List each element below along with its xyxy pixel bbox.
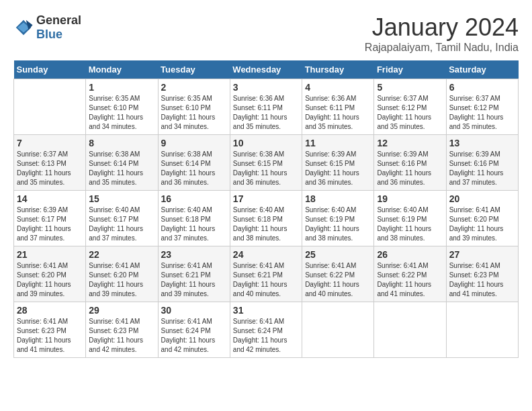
day-number: 21 [17,249,83,260]
day-info: Sunrise: 6:40 AMSunset: 6:19 PMDaylight:… [377,205,443,243]
day-number: 4 [305,82,371,93]
month-title: January 2024 [365,13,519,42]
day-info: Sunrise: 6:41 AMSunset: 6:21 PMDaylight:… [233,261,299,299]
day-info: Sunrise: 6:41 AMSunset: 6:22 PMDaylight:… [377,261,443,299]
calendar-cell: 25Sunrise: 6:41 AMSunset: 6:22 PMDayligh… [302,246,374,302]
day-number: 25 [305,249,371,260]
calendar-week-row: 14Sunrise: 6:39 AMSunset: 6:17 PMDayligh… [14,191,519,246]
calendar-cell: 29Sunrise: 6:41 AMSunset: 6:23 PMDayligh… [86,302,158,358]
day-number: 15 [89,193,154,204]
day-number: 30 [161,305,227,316]
day-info: Sunrise: 6:41 AMSunset: 6:23 PMDaylight:… [449,261,515,299]
calendar-cell: 20Sunrise: 6:41 AMSunset: 6:20 PMDayligh… [446,191,518,246]
calendar-cell [446,302,518,358]
day-number: 16 [161,193,227,204]
logo-general: General [36,13,81,28]
calendar-week-row: 21Sunrise: 6:41 AMSunset: 6:20 PMDayligh… [14,246,519,302]
page-header: General Blue January 2024 Rajapalaiyam, … [13,13,519,54]
day-info: Sunrise: 6:35 AMSunset: 6:10 PMDaylight:… [89,94,154,132]
day-info: Sunrise: 6:40 AMSunset: 6:18 PMDaylight:… [161,205,227,243]
day-info: Sunrise: 6:41 AMSunset: 6:20 PMDaylight:… [89,261,154,299]
logo-icon [13,17,34,38]
calendar-table: SundayMondayTuesdayWednesdayThursdayFrid… [13,60,519,358]
calendar-header-tuesday: Tuesday [158,60,230,79]
day-info: Sunrise: 6:37 AMSunset: 6:12 PMDaylight:… [449,94,515,132]
day-info: Sunrise: 6:41 AMSunset: 6:24 PMDaylight:… [161,317,227,355]
day-number: 28 [17,305,83,316]
day-number: 27 [449,249,515,260]
day-number: 1 [89,82,154,93]
calendar-cell: 23Sunrise: 6:41 AMSunset: 6:21 PMDayligh… [158,246,230,302]
day-number: 20 [449,193,515,204]
calendar-week-row: 1Sunrise: 6:35 AMSunset: 6:10 PMDaylight… [14,79,519,135]
calendar-cell: 4Sunrise: 6:36 AMSunset: 6:11 PMDaylight… [302,79,374,135]
day-number: 12 [377,138,443,148]
day-info: Sunrise: 6:38 AMSunset: 6:14 PMDaylight:… [161,150,227,187]
day-info: Sunrise: 6:41 AMSunset: 6:21 PMDaylight:… [161,261,227,299]
calendar-cell [302,302,374,358]
day-number: 14 [17,193,83,204]
calendar-cell: 31Sunrise: 6:41 AMSunset: 6:24 PMDayligh… [230,302,302,358]
day-number: 17 [233,193,299,204]
calendar-cell: 1Sunrise: 6:35 AMSunset: 6:10 PMDaylight… [86,79,158,135]
calendar-cell [14,79,86,135]
calendar-header-thursday: Thursday [302,60,374,79]
calendar-cell: 14Sunrise: 6:39 AMSunset: 6:17 PMDayligh… [14,191,86,246]
day-number: 29 [89,305,154,316]
day-info: Sunrise: 6:36 AMSunset: 6:11 PMDaylight:… [233,94,299,132]
logo-blue: Blue [36,28,81,42]
day-info: Sunrise: 6:41 AMSunset: 6:23 PMDaylight:… [89,317,154,355]
day-number: 10 [233,138,299,148]
day-info: Sunrise: 6:39 AMSunset: 6:17 PMDaylight:… [17,205,83,243]
calendar-cell: 15Sunrise: 6:40 AMSunset: 6:17 PMDayligh… [86,191,158,246]
day-info: Sunrise: 6:38 AMSunset: 6:15 PMDaylight:… [233,150,299,187]
calendar-cell: 22Sunrise: 6:41 AMSunset: 6:20 PMDayligh… [86,246,158,302]
day-number: 13 [449,138,515,148]
day-number: 26 [377,249,443,260]
day-number: 2 [161,82,227,93]
day-number: 9 [161,138,227,148]
calendar-header-saturday: Saturday [446,60,518,79]
calendar-cell: 26Sunrise: 6:41 AMSunset: 6:22 PMDayligh… [374,246,446,302]
day-info: Sunrise: 6:38 AMSunset: 6:14 PMDaylight:… [89,150,154,187]
day-info: Sunrise: 6:41 AMSunset: 6:24 PMDaylight:… [233,317,299,355]
calendar-header-friday: Friday [374,60,446,79]
calendar-cell: 27Sunrise: 6:41 AMSunset: 6:23 PMDayligh… [446,246,518,302]
day-info: Sunrise: 6:39 AMSunset: 6:16 PMDaylight:… [377,150,443,187]
calendar-header-wednesday: Wednesday [230,60,302,79]
day-info: Sunrise: 6:37 AMSunset: 6:13 PMDaylight:… [17,150,83,187]
calendar-header-row: SundayMondayTuesdayWednesdayThursdayFrid… [14,60,519,79]
day-info: Sunrise: 6:36 AMSunset: 6:11 PMDaylight:… [305,94,371,132]
calendar-cell: 5Sunrise: 6:37 AMSunset: 6:12 PMDaylight… [374,79,446,135]
calendar-cell: 6Sunrise: 6:37 AMSunset: 6:12 PMDaylight… [446,79,518,135]
logo-text: General Blue [36,13,81,42]
day-number: 8 [89,138,154,148]
day-info: Sunrise: 6:41 AMSunset: 6:20 PMDaylight:… [17,261,83,299]
day-info: Sunrise: 6:41 AMSunset: 6:20 PMDaylight:… [449,205,515,243]
calendar-week-row: 28Sunrise: 6:41 AMSunset: 6:23 PMDayligh… [14,302,519,358]
day-number: 23 [161,249,227,260]
day-number: 22 [89,249,154,260]
calendar-cell: 8Sunrise: 6:38 AMSunset: 6:14 PMDaylight… [86,135,158,191]
day-number: 6 [449,82,515,93]
calendar-cell: 10Sunrise: 6:38 AMSunset: 6:15 PMDayligh… [230,135,302,191]
calendar-cell: 3Sunrise: 6:36 AMSunset: 6:11 PMDaylight… [230,79,302,135]
day-info: Sunrise: 6:41 AMSunset: 6:22 PMDaylight:… [305,261,371,299]
day-info: Sunrise: 6:39 AMSunset: 6:15 PMDaylight:… [305,150,371,187]
day-number: 3 [233,82,299,93]
day-number: 18 [305,193,371,204]
calendar-header-sunday: Sunday [14,60,86,79]
title-block: January 2024 Rajapalaiyam, Tamil Nadu, I… [365,13,519,54]
calendar-cell: 16Sunrise: 6:40 AMSunset: 6:18 PMDayligh… [158,191,230,246]
day-number: 31 [233,305,299,316]
calendar-cell: 24Sunrise: 6:41 AMSunset: 6:21 PMDayligh… [230,246,302,302]
calendar-week-row: 7Sunrise: 6:37 AMSunset: 6:13 PMDaylight… [14,135,519,191]
calendar-cell: 2Sunrise: 6:35 AMSunset: 6:10 PMDaylight… [158,79,230,135]
day-info: Sunrise: 6:37 AMSunset: 6:12 PMDaylight:… [377,94,443,132]
day-number: 7 [17,138,83,148]
day-info: Sunrise: 6:40 AMSunset: 6:18 PMDaylight:… [233,205,299,243]
day-number: 5 [377,82,443,93]
day-number: 11 [305,138,371,148]
calendar-cell: 9Sunrise: 6:38 AMSunset: 6:14 PMDaylight… [158,135,230,191]
calendar-header-monday: Monday [86,60,158,79]
